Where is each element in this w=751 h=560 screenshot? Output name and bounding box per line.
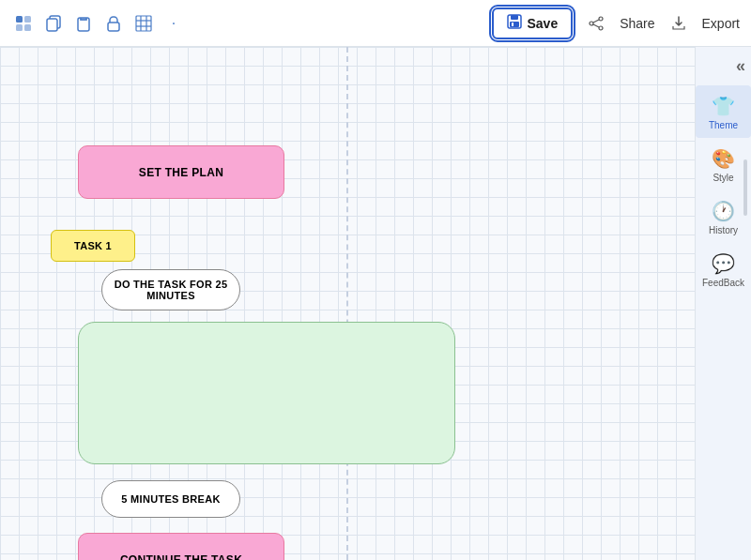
paste-icon[interactable] <box>71 11 96 36</box>
svg-rect-3 <box>24 24 31 31</box>
svg-rect-0 <box>16 16 23 23</box>
svg-rect-2 <box>16 24 23 31</box>
node-do-the-task[interactable]: DO THE TASK FOR 25 MINUTES <box>101 269 240 310</box>
sidebar-item-style-label: Style <box>713 173 733 183</box>
grid-icon[interactable] <box>131 11 156 36</box>
history-icon: 🕐 <box>712 200 735 222</box>
svg-line-21 <box>593 20 599 23</box>
node-green-box[interactable] <box>78 322 455 464</box>
node-continue-task[interactable]: CONTINUE THE TASK <box>78 533 284 560</box>
right-sidebar: « 👕 Theme 🎨 Style 🕐 History 💬 FeedBack <box>695 47 751 560</box>
dots-icon[interactable]: · <box>161 11 186 36</box>
lock-icon[interactable] <box>101 11 126 36</box>
toolbar-left: · <box>11 11 484 36</box>
node-continue-task-label: CONTINUE THE TASK <box>120 553 242 561</box>
toolbar-right: Save Share Export <box>492 8 740 39</box>
save-button[interactable]: Save <box>492 8 573 39</box>
sidebar-item-feedback-label: FeedBack <box>702 278 744 288</box>
svg-rect-1 <box>24 16 31 23</box>
move-icon[interactable] <box>11 11 36 36</box>
toolbar: · Save Share <box>0 0 751 47</box>
node-set-the-plan[interactable]: SET THE PLAN <box>78 145 284 199</box>
svg-line-22 <box>593 24 599 27</box>
theme-icon: 👕 <box>712 95 735 117</box>
export-label: Export <box>702 16 740 31</box>
svg-rect-17 <box>512 23 513 26</box>
copy-icon[interactable] <box>41 11 66 36</box>
sidebar-item-feedback[interactable]: 💬 FeedBack <box>696 243 751 295</box>
feedback-icon: 💬 <box>712 252 735 275</box>
canvas[interactable]: SET THE PLAN TASK 1 DO THE TASK FOR 25 M… <box>0 47 695 560</box>
sidebar-item-theme[interactable]: 👕 Theme <box>696 85 751 138</box>
svg-point-20 <box>599 26 603 30</box>
share-label: Share <box>620 16 654 31</box>
style-icon: 🎨 <box>712 147 735 170</box>
node-5min-break-label: 5 MINUTES BREAK <box>121 493 220 505</box>
main-area: SET THE PLAN TASK 1 DO THE TASK FOR 25 M… <box>0 47 751 560</box>
svg-point-19 <box>590 22 593 25</box>
node-task1-label: TASK 1 <box>74 240 112 251</box>
svg-point-18 <box>599 17 603 21</box>
svg-rect-16 <box>510 22 519 27</box>
node-task1[interactable]: TASK 1 <box>51 230 135 262</box>
sidebar-item-history-label: History <box>709 225 738 235</box>
save-icon <box>507 14 522 33</box>
svg-rect-15 <box>511 15 518 20</box>
sidebar-item-theme-label: Theme <box>709 120 738 130</box>
share-dots-icon[interactable] <box>584 11 608 36</box>
svg-rect-8 <box>108 23 119 31</box>
svg-rect-7 <box>80 18 87 21</box>
save-label: Save <box>527 16 558 31</box>
share-button[interactable]: Share <box>620 16 654 31</box>
collapse-icon: « <box>736 56 745 75</box>
node-do-the-task-label: DO THE TASK FOR 25 MINUTES <box>102 279 239 301</box>
svg-rect-5 <box>47 19 57 31</box>
export-button[interactable]: Export <box>702 16 740 31</box>
node-5min-break[interactable]: 5 MINUTES BREAK <box>101 480 240 518</box>
svg-rect-13 <box>136 16 151 31</box>
sidebar-collapse: « <box>696 53 751 85</box>
export-icon[interactable] <box>667 11 691 36</box>
sidebar-collapse-button[interactable]: « <box>736 56 745 76</box>
node-set-the-plan-label: SET THE PLAN <box>139 166 223 179</box>
sidebar-scrollbar[interactable] <box>743 159 747 216</box>
